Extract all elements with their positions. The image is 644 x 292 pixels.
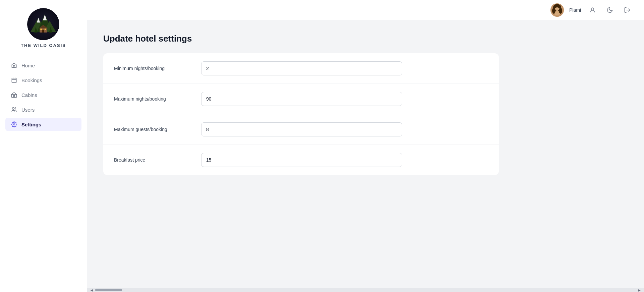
scroll-left-arrow[interactable]: ◀ [89,287,95,292]
sidebar-item-settings[interactable]: Settings [5,118,81,131]
profile-button[interactable] [586,4,598,16]
max-guests-input[interactable] [201,122,402,136]
home-icon [11,62,17,69]
logo-image [27,8,59,40]
svg-point-24 [552,8,555,14]
svg-point-20 [13,124,15,125]
header: Plami [87,0,644,20]
moon-icon [606,7,613,13]
settings-row-min-nights: Minimum nights/booking [103,53,499,84]
breakfast-label: Breakfast price [114,157,201,163]
settings-row-breakfast: Breakfast price [103,145,499,175]
svg-point-25 [559,8,562,14]
main-content: Update hotel settings Minimum nights/boo… [87,20,644,288]
svg-rect-13 [12,78,16,83]
settings-row-max-guests: Maximum guests/booking [103,114,499,145]
bookings-icon [11,77,17,83]
sidebar-label-cabins: Cabins [21,92,37,98]
logo-svg [27,8,59,40]
cabins-icon [11,92,17,98]
nav-menu: Home Bookings C [0,59,87,131]
sidebar-item-cabins[interactable]: Cabins [5,88,81,102]
breakfast-input[interactable] [201,153,402,167]
logo-area: THE WILD OASIS [21,8,66,48]
svg-rect-9 [41,28,42,30]
sidebar-label-bookings: Bookings [21,77,42,83]
sidebar-label-settings: Settings [21,122,41,127]
svg-rect-10 [45,28,46,30]
svg-rect-18 [14,96,15,98]
main-wrapper: Plami Update hotel settings [87,0,644,292]
users-icon [11,106,17,113]
sidebar-label-home: Home [21,63,35,68]
sidebar-item-home[interactable]: Home [5,59,81,72]
svg-point-28 [591,8,594,10]
scrollbar-thumb[interactable] [95,289,122,291]
sidebar-item-bookings[interactable]: Bookings [5,73,81,87]
scroll-right-arrow[interactable]: ▶ [636,287,643,292]
settings-card: Minimum nights/booking Maximum nights/bo… [103,53,499,175]
max-nights-input[interactable] [201,92,402,106]
brand-name: THE WILD OASIS [21,43,66,48]
settings-row-max-nights: Maximum nights/booking [103,84,499,114]
profile-icon [589,7,596,13]
sidebar-label-users: Users [21,107,35,113]
svg-rect-17 [12,95,17,98]
logout-icon [624,7,631,13]
username-label: Plami [569,7,581,13]
max-nights-label: Maximum nights/booking [114,96,201,102]
min-nights-input[interactable] [201,61,402,75]
svg-point-27 [558,10,559,11]
svg-point-26 [555,10,556,11]
avatar-svg [550,3,564,17]
avatar [550,3,564,17]
logout-button[interactable] [621,4,633,16]
darkmode-button[interactable] [604,4,616,16]
page-title: Update hotel settings [103,34,628,44]
scrollbar-track[interactable] [95,289,636,291]
max-guests-label: Maximum guests/booking [114,127,201,132]
sidebar: THE WILD OASIS Home Booki [0,0,87,292]
svg-point-19 [12,107,14,109]
horizontal-scrollbar[interactable]: ◀ ▶ [87,288,644,292]
sidebar-item-users[interactable]: Users [5,103,81,116]
min-nights-label: Minimum nights/booking [114,66,201,71]
svg-rect-8 [43,30,45,33]
settings-icon [11,121,17,128]
